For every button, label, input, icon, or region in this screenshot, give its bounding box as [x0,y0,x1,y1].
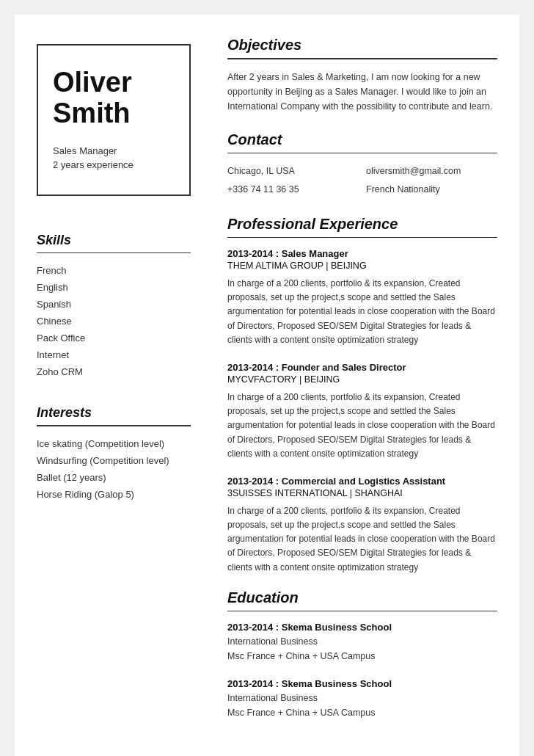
edu2-title: 2013-2014 : Skema Business School [227,678,497,689]
experience-entry-2: 2013-2014 : Founder and Sales Director M… [227,362,497,461]
skill-zoho: Zoho CRM [37,366,191,377]
right-column: Objectives After 2 years in Sales & Mark… [205,15,519,756]
skills-divider [37,252,191,254]
resume-container: Oliver Smith Sales Manager 2 years exper… [15,15,519,756]
first-name: Oliver [53,68,175,98]
contact-address: Chicago, IL USA [227,164,359,179]
education-title: Education [227,589,497,606]
skill-spanish: Spanish [37,299,191,310]
skill-french: French [37,265,191,276]
contact-title: Contact [227,131,497,148]
skill-english: English [37,282,191,293]
interests-title: Interests [37,405,191,421]
contact-nationality: French Nationality [366,182,497,197]
contact-divider [227,153,497,154]
experience-divider [227,237,497,239]
education-divider [227,611,497,612]
exp2-company: MYCVFACTORY | BEIJING [227,374,497,385]
experience-section: Professional Experience 2013-2014 : Sale… [227,216,497,575]
skill-chinese: Chinese [37,316,191,327]
exp3-company: 3SUISSES INTERNATIONAL | SHANGHAI [227,488,497,498]
last-name: Smith [53,98,175,129]
exp2-title: 2013-2014 : Founder and Sales Director [227,362,497,373]
skill-pack-office: Pack Office [37,332,191,344]
education-entry-2: 2013-2014 : Skema Business School Intern… [227,678,497,720]
contact-grid: Chicago, IL USA oliversmith@gmail.com +3… [227,164,497,198]
experience-title: Professional Experience [227,216,497,233]
skill-internet: Internet [37,349,191,360]
left-column: Oliver Smith Sales Manager 2 years exper… [15,15,205,756]
contact-phone: +336 74 11 36 35 [227,182,359,197]
exp3-title: 2013-2014 : Commercial and Logistics Ass… [227,476,497,487]
interests-divider [37,425,191,426]
interest-iceskating: Ice skating (Competition level) [37,438,191,449]
experience-entry-1: 2013-2014 : Sales Manager THEM ALTIMA GR… [227,248,497,347]
contact-email: oliversmith@gmail.com [366,164,497,179]
exp1-title: 2013-2014 : Sales Manager [227,248,497,259]
exp2-description: In charge of a 200 clients, portfolio & … [227,390,497,461]
edu2-degree: Msc France + China + USA Campus [227,705,497,720]
interest-ballet: Ballet (12 years) [37,472,191,483]
exp3-description: In charge of a 200 clients, portfolio & … [227,504,497,575]
objectives-divider [227,58,497,59]
education-section: Education 2013-2014 : Skema Business Sch… [227,589,497,721]
job-title: Sales Manager [53,144,175,159]
interest-windsurfing: Windsurfing (Competition level) [37,455,191,466]
interest-horseriding: Horse Riding (Galop 5) [37,489,191,500]
exp1-description: In charge of a 200 clients, portfolio & … [227,277,497,347]
edu1-title: 2013-2014 : Skema Business School [227,622,497,633]
exp1-company: THEM ALTIMA GROUP | BEIJING [227,261,497,271]
contact-section: Contact Chicago, IL USA oliversmith@gmai… [227,131,497,198]
interests-list: Ice skating (Competition level) Windsurf… [37,438,191,506]
name-box: Oliver Smith Sales Manager 2 years exper… [37,44,191,196]
edu1-field: International Business [227,634,497,649]
experience: 2 years experience [53,158,175,172]
skills-list: French English Spanish Chinese Pack Offi… [37,265,191,383]
objectives-title: Objectives [227,37,497,54]
experience-entry-3: 2013-2014 : Commercial and Logistics Ass… [227,476,497,575]
skills-title: Skills [37,233,191,248]
edu2-field: International Business [227,691,497,705]
objectives-text: After 2 years in Sales & Marketing, I am… [227,70,497,114]
edu1-degree: Msc France + China + USA Campus [227,649,497,664]
education-entry-1: 2013-2014 : Skema Business School Intern… [227,622,497,664]
